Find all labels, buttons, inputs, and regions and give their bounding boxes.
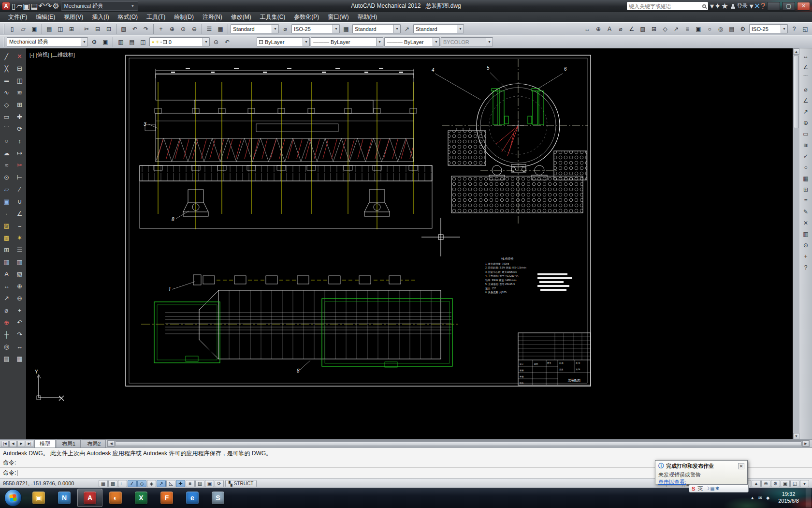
plot-icon[interactable]: ▤: [44, 24, 55, 34]
ime-lang-button[interactable]: 英: [697, 485, 703, 492]
redo-icon[interactable]: ↷: [14, 329, 26, 341]
toolbar-lock-icon[interactable]: ▣: [781, 480, 790, 487]
power-dimension-icon[interactable]: ↔: [582, 24, 593, 34]
tray-expand-icon[interactable]: ▲: [749, 494, 756, 502]
chamfer-icon[interactable]: ∠: [14, 208, 26, 220]
array-icon[interactable]: ⊞: [14, 99, 26, 111]
notification-link[interactable]: 单击以查看:: [658, 479, 686, 485]
balloon-icon[interactable]: ○: [800, 162, 811, 173]
erase-icon[interactable]: ✕: [14, 50, 26, 62]
surface-texture-icon[interactable]: ✓: [800, 150, 811, 162]
menu-format[interactable]: 格式(O): [114, 12, 142, 22]
menu-parametric[interactable]: 参数化(P): [290, 12, 323, 22]
undo-icon[interactable]: ↶: [130, 24, 140, 34]
show-desktop-button[interactable]: [806, 488, 811, 508]
tolerance-icon[interactable]: ⊕: [800, 117, 811, 128]
tab-layout1[interactable]: 布局1: [57, 439, 81, 448]
horizontal-scrollbar[interactable]: ◀ ▶: [107, 440, 810, 447]
revcloud-icon[interactable]: ☁: [0, 147, 13, 159]
dim-style-icon[interactable]: ⌀: [280, 24, 290, 34]
parts-list-icon[interactable]: ▦: [800, 173, 811, 184]
hatch-tool-icon[interactable]: ▨: [638, 24, 648, 34]
redo-icon[interactable]: ↷: [141, 24, 151, 34]
menu-edit[interactable]: 编辑(E): [31, 12, 59, 22]
explorer-taskbar-icon[interactable]: ▣: [26, 489, 51, 507]
circle-tool-icon[interactable]: ○: [704, 24, 715, 34]
power-edit-icon[interactable]: ✎: [800, 206, 811, 217]
workspace-dropdown[interactable]: Mechanical 经典 ▾: [7, 37, 88, 46]
menu-annotate[interactable]: 注释(N): [198, 12, 227, 22]
maximize-button[interactable]: ▢: [782, 2, 795, 11]
mleader-style-icon[interactable]: ↗: [402, 24, 412, 34]
scroll-left-icon[interactable]: ◀: [108, 441, 115, 447]
line-icon[interactable]: ╱: [0, 50, 13, 62]
color-dropdown[interactable]: ByLayer ▾: [257, 37, 310, 46]
layer-dropdown[interactable]: ● ☀ ▪ 0 ▾: [149, 37, 210, 46]
struct-button[interactable]: ▚ STRUCT: [225, 480, 257, 487]
communication-center-icon[interactable]: ✦: [714, 1, 721, 11]
mline-icon[interactable]: ═: [0, 75, 13, 87]
autoscale-icon[interactable]: ⊕: [761, 480, 770, 487]
otrack-toggle[interactable]: ↗: [157, 480, 166, 487]
mleader-style-dropdown[interactable]: Standard ▾: [413, 24, 464, 33]
tab-model[interactable]: 模型: [34, 439, 56, 448]
layer-states-icon[interactable]: ▤: [127, 37, 137, 47]
spline-icon[interactable]: ≈: [0, 159, 13, 171]
menu-insert[interactable]: 插入(I): [87, 12, 113, 22]
mirror-icon[interactable]: ◫: [14, 75, 26, 87]
layer-properties-icon[interactable]: ▥: [116, 37, 126, 47]
search-icon[interactable]: [702, 4, 706, 8]
lineweight-dropdown[interactable]: ——— ByLayer ▾: [384, 37, 440, 46]
power-dim-icon[interactable]: ↔: [800, 50, 811, 61]
explode-icon[interactable]: ✶: [14, 232, 26, 244]
close-button[interactable]: ✕: [797, 2, 810, 11]
infocenter-search[interactable]: [627, 2, 708, 10]
rectangle-icon[interactable]: ▭: [0, 111, 13, 123]
scroll-up-icon[interactable]: ▲: [793, 48, 799, 55]
zoom-icon[interactable]: ⊙: [800, 239, 811, 251]
workspace-settings-icon[interactable]: ⚙: [89, 37, 100, 47]
signin-button[interactable]: 登录: [737, 2, 748, 10]
make-layer-current-icon[interactable]: ⊙: [211, 37, 221, 47]
centermark-icon[interactable]: ⊕: [0, 316, 13, 329]
settings-tool-icon[interactable]: ⚙: [738, 24, 748, 34]
polar-toggle[interactable]: ∠: [128, 480, 137, 487]
tab-layout2[interactable]: 布局2: [82, 439, 106, 448]
datum-icon[interactable]: ▭: [800, 128, 811, 139]
target-tool-icon[interactable]: ◎: [715, 24, 726, 34]
construction-icon[interactable]: ┼: [0, 329, 13, 341]
search-caret-icon[interactable]: ▾: [710, 1, 714, 11]
hatch-icon[interactable]: ▨: [0, 220, 13, 232]
properties-icon[interactable]: ☰: [204, 24, 215, 34]
open-icon[interactable]: ▱: [16, 1, 22, 11]
workspace-switch-icon[interactable]: ⚙: [52, 1, 59, 11]
undo-icon[interactable]: ↶: [14, 316, 26, 329]
sogou-logo-icon[interactable]: S: [692, 486, 695, 492]
gradient-icon[interactable]: ▩: [0, 232, 13, 244]
leader-icon[interactable]: ↗: [0, 292, 13, 304]
match-properties-icon[interactable]: ▧: [118, 24, 129, 34]
copy-clip-icon[interactable]: ⊟: [92, 24, 103, 34]
clean-screen-icon[interactable]: ◱: [800, 24, 811, 34]
fits-list-icon[interactable]: ≡: [800, 195, 811, 206]
stretch-icon[interactable]: ↦: [14, 147, 26, 159]
moon-icon[interactable]: ☽: [705, 486, 710, 491]
zoom-window-icon[interactable]: ⊕: [14, 280, 26, 292]
layer-control-icon[interactable]: ▥: [800, 228, 811, 239]
lineweight-toggle[interactable]: ≡: [186, 480, 195, 487]
toolbar-grip[interactable]: [3, 24, 4, 34]
menu-window[interactable]: 窗口(W): [323, 12, 353, 22]
weld-symbol-icon[interactable]: ≋: [800, 139, 811, 150]
toolbox-icon[interactable]: ✱: [715, 486, 719, 491]
tray-safety-icon[interactable]: ◆: [764, 494, 771, 502]
polygon-icon[interactable]: ◇: [0, 99, 13, 111]
list-tool-icon[interactable]: ≡: [682, 24, 693, 34]
dyn-toggle[interactable]: ✚: [176, 480, 185, 487]
firefox-taskbar-icon[interactable]: F: [154, 489, 179, 507]
selection-cycling-toggle[interactable]: ⟳: [215, 480, 224, 487]
break-icon[interactable]: ∕: [14, 183, 26, 195]
horizontal-scroll-thumb[interactable]: [115, 441, 802, 446]
keyboard-icon[interactable]: ▦: [710, 486, 714, 491]
point-icon[interactable]: ·: [0, 208, 13, 220]
title-border-icon[interactable]: ▤: [0, 353, 13, 365]
